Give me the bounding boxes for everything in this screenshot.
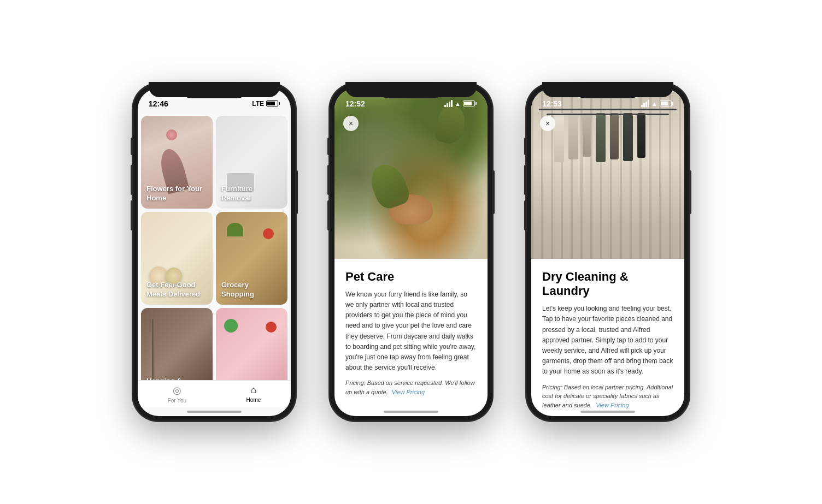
home-indicator-3 — [580, 411, 635, 413]
power-button-3 — [690, 170, 691, 214]
clothing-image — [531, 88, 684, 259]
tab-for-you-label: For You — [168, 398, 186, 404]
mute-button-2 — [327, 138, 329, 155]
tile-flowers-label: Flowers for Your Home — [146, 185, 207, 203]
status-bar-1: 12:46 LTE — [138, 88, 291, 112]
phones-container: 12:46 LTE Flowers for Your Home — [110, 61, 712, 443]
close-button-2[interactable]: × — [343, 116, 359, 131]
laundry-view-pricing-link[interactable]: View Pricing — [596, 402, 629, 408]
tab-for-you[interactable]: ◎ For You — [168, 384, 186, 404]
phone-1-screen: 12:46 LTE Flowers for Your Home — [138, 88, 291, 416]
volume-down-button-3 — [524, 200, 526, 230]
volume-down-button — [131, 200, 132, 230]
volume-down-button-2 — [327, 200, 329, 230]
tile-furniture[interactable]: Furniture Removal — [216, 116, 287, 209]
close-icon-3: × — [545, 119, 550, 128]
volume-up-button — [131, 165, 132, 195]
tab-home-label: Home — [246, 397, 261, 403]
mute-button — [131, 138, 132, 155]
signal-icon-2 — [444, 100, 453, 107]
phone-1: 12:46 LTE Flowers for Your Home — [132, 83, 296, 422]
for-you-icon: ◎ — [173, 384, 181, 396]
status-bar-3: 12:53 ▲ — [531, 88, 684, 112]
time-3: 12:53 — [542, 99, 562, 108]
phone-2: 12:52 ▲ — [329, 83, 493, 422]
pet-care-content: Pet Care We know your furry friend is li… — [334, 259, 488, 416]
battery-icon-3 — [660, 100, 673, 106]
pet-care-pricing: Pricing: Based on service requested. We'… — [345, 378, 477, 396]
lte-label: LTE — [252, 100, 264, 108]
volume-up-button-2 — [327, 165, 329, 195]
signal-icon-3 — [641, 100, 649, 107]
status-icons-2: ▲ — [444, 100, 477, 107]
status-icons-3: ▲ — [641, 100, 673, 107]
pet-care-title: Pet Care — [345, 270, 477, 284]
clothes-row — [554, 109, 645, 162]
tab-bar: ◎ For You ⌂ Home — [138, 380, 291, 407]
phone-3: 12:53 ▲ — [526, 83, 690, 422]
tile-meals[interactable]: Get Feel-Good Meals Delivered — [141, 212, 213, 305]
grid-container: Flowers for Your Home Furniture Removal … — [138, 112, 291, 404]
battery-icon-2 — [463, 100, 477, 106]
detail-screen-pet: 12:52 ▲ — [334, 88, 488, 416]
tile-meals-label: Get Feel-Good Meals Delivered — [146, 281, 207, 299]
pet-care-description: We know your furry friend is like family… — [345, 289, 477, 373]
power-button — [296, 170, 298, 214]
home-indicator-2 — [384, 411, 438, 413]
screen-content-1: Flowers for Your Home Furniture Removal … — [138, 112, 291, 416]
laundry-pricing: Pricing: Based on local partner pricing.… — [542, 383, 673, 410]
laundry-content: Dry Cleaning & Laundry Let's keep you lo… — [531, 259, 684, 416]
phone-2-screen: 12:52 ▲ — [334, 88, 488, 416]
time-2: 12:52 — [345, 99, 365, 108]
volume-up-button-3 — [524, 165, 526, 195]
laundry-description: Let's keep you looking and feeling your … — [542, 304, 673, 377]
laundry-title: Dry Cleaning & Laundry — [542, 270, 673, 299]
mute-button-3 — [524, 138, 526, 155]
tile-grocery-label: Grocery Shopping — [221, 281, 282, 299]
status-bar-2: 12:52 ▲ — [334, 88, 488, 112]
home-icon: ⌂ — [251, 384, 257, 396]
tile-furniture-label: Furniture Removal — [221, 185, 282, 203]
tile-grocery[interactable]: Grocery Shopping — [216, 212, 287, 305]
power-button-2 — [493, 170, 495, 214]
home-indicator-1 — [187, 411, 242, 413]
status-icons-1: LTE — [252, 100, 280, 108]
pet-view-pricing-link[interactable]: View Pricing — [392, 389, 425, 395]
battery-icon-1 — [266, 100, 280, 106]
wifi-icon-2: ▲ — [455, 100, 461, 107]
phone-3-screen: 12:53 ▲ — [531, 88, 684, 416]
time-1: 12:46 — [149, 99, 168, 108]
wifi-icon-3: ▲ — [651, 100, 657, 107]
pet-image — [334, 88, 488, 259]
close-icon-2: × — [349, 119, 353, 128]
tab-home[interactable]: ⌂ Home — [246, 384, 261, 403]
close-button-3[interactable]: × — [540, 116, 555, 131]
detail-screen-laundry: 12:53 ▲ — [531, 88, 684, 416]
tile-flowers[interactable]: Flowers for Your Home — [141, 116, 213, 209]
